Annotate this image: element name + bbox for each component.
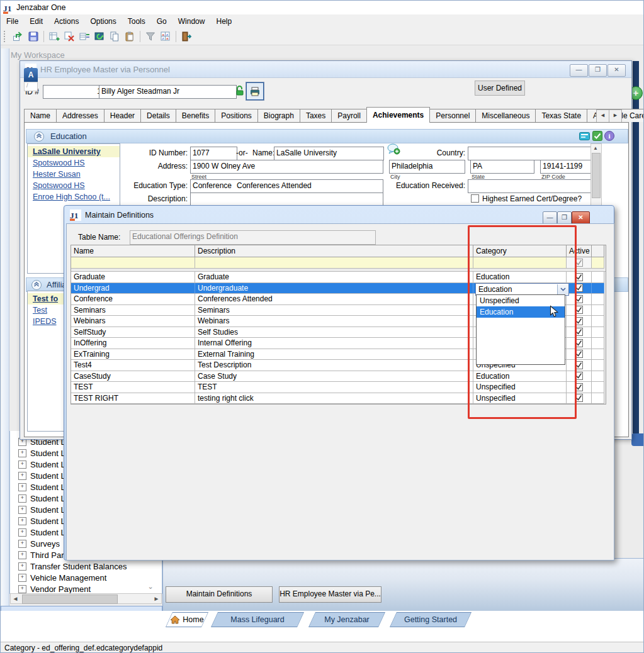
workspace-tab-getting-started[interactable]: Getting Started <box>390 612 472 627</box>
expand-icon[interactable]: + <box>18 540 26 548</box>
description-cell[interactable]: Graduate <box>195 272 473 283</box>
description-cell[interactable]: Self Studies <box>195 327 473 338</box>
tab-payroll[interactable]: Payroll <box>331 109 367 122</box>
import-icon[interactable] <box>11 30 25 43</box>
copy-icon[interactable] <box>108 30 121 43</box>
tab-personnel[interactable]: Personnel <box>429 109 476 122</box>
tab-benefits[interactable]: Benefits <box>176 109 215 122</box>
minimize-button[interactable]: — <box>570 64 588 77</box>
description-cell[interactable]: Webinars <box>195 316 473 327</box>
menu-item-tools[interactable]: Tools <box>122 15 151 28</box>
confirm-icon[interactable] <box>592 131 602 141</box>
dialog-titlebar[interactable]: J1 Maintain Definitions — ❐ ✕ <box>66 208 612 223</box>
user-defined-button[interactable]: User Defined <box>475 81 525 96</box>
scrollbar-thumb[interactable] <box>592 153 601 198</box>
scrollbar-thumb[interactable] <box>22 594 118 604</box>
grid-view-icon[interactable] <box>579 132 590 140</box>
scroll-left-icon[interactable]: ◄ <box>11 594 20 603</box>
workspace-tab-mass-lifeguard[interactable]: Mass Lifeguard <box>211 612 304 627</box>
expand-icon[interactable]: + <box>18 506 26 514</box>
expand-icon[interactable]: + <box>18 449 26 457</box>
sort-icon[interactable]: azza <box>159 30 172 43</box>
description-filter-cell[interactable] <box>195 257 473 269</box>
refresh-icon[interactable] <box>93 30 106 43</box>
close-button[interactable]: ✕ <box>607 64 626 77</box>
name-cell[interactable]: Graduate <box>71 272 195 283</box>
tab-biograph[interactable]: Biograph <box>257 109 300 122</box>
name-cell[interactable]: ExTraining <box>71 349 195 360</box>
name-cell[interactable]: TEST RIGHT <box>71 393 195 405</box>
name-cell[interactable]: Seminars <box>71 305 195 316</box>
country-field[interactable] <box>468 147 592 160</box>
exit-icon[interactable] <box>179 30 193 43</box>
close-button[interactable]: ✕ <box>572 211 590 225</box>
tree-item-vehicle-management[interactable]: +Vehicle Management <box>10 572 162 583</box>
workspace-tab-home[interactable]: Home <box>166 612 208 627</box>
menu-item-window[interactable]: Window <box>172 15 211 28</box>
description-cell[interactable]: Conferences Attended <box>195 294 473 305</box>
description-cell[interactable]: Seminars <box>195 305 473 316</box>
hr-window-titlebar[interactable]: J1 HR Employee Master via Personnel — ❐ … <box>20 61 631 78</box>
menu-item-help[interactable]: Help <box>210 15 237 28</box>
menu-item-go[interactable]: Go <box>151 15 172 28</box>
expand-icon[interactable]: + <box>18 562 26 571</box>
tab-header[interactable]: Header <box>104 109 141 122</box>
expand-icon[interactable]: + <box>18 483 26 491</box>
workspace-tab-my-jenzabar[interactable]: My Jenzabar <box>308 612 385 627</box>
name-filter-cell[interactable] <box>71 257 195 269</box>
add-comment-icon[interactable] <box>387 143 400 157</box>
education-received-field[interactable] <box>468 179 592 193</box>
filter-icon[interactable] <box>144 30 157 43</box>
tab-taxes[interactable]: Taxes <box>300 109 332 122</box>
description-cell[interactable]: Internal Offering <box>195 338 473 349</box>
education-name-field[interactable]: LaSalle University <box>274 147 384 160</box>
menu-item-file[interactable]: File <box>1 15 24 28</box>
taskbar-button-maintain-definitions[interactable]: Maintain Definitions <box>166 586 273 603</box>
tab-name[interactable]: Name <box>24 109 57 122</box>
tab-scroll-left-icon[interactable]: ◄ <box>596 109 609 123</box>
name-cell[interactable]: TEST <box>71 382 195 393</box>
name-cell[interactable]: Undergrad <box>71 283 195 294</box>
city-field[interactable]: Philadelphia <box>389 160 465 174</box>
expand-icon[interactable]: + <box>18 460 26 469</box>
name-cell[interactable]: Test4 <box>71 360 195 371</box>
minimize-button[interactable]: — <box>543 211 557 225</box>
taskbar-button-hr-employee-master[interactable]: HR Employee Master via Pe... <box>279 586 381 603</box>
unlock-icon[interactable] <box>235 85 244 98</box>
tab-miscellaneous[interactable]: Miscellaneous <box>475 109 536 122</box>
column-header-description[interactable]: Description <box>195 245 473 257</box>
column-header-name[interactable]: Name <box>71 245 195 257</box>
paste-icon[interactable] <box>123 30 137 43</box>
print-button[interactable] <box>246 82 264 100</box>
education-section-header[interactable]: Education i <box>26 129 628 143</box>
description-cell[interactable]: Case Study <box>195 371 473 382</box>
menu-item-edit[interactable]: Edit <box>24 15 48 28</box>
tree-horizontal-scrollbar[interactable]: ◄ ► <box>10 593 162 604</box>
name-cell[interactable]: InOffering <box>71 338 195 349</box>
tab-details[interactable]: Details <box>140 109 176 122</box>
description-cell[interactable]: External Training <box>195 349 473 360</box>
info-icon[interactable]: i <box>604 131 614 141</box>
tab-achievements[interactable]: Achievements <box>366 107 430 123</box>
expand-icon[interactable]: + <box>18 551 26 559</box>
restore-button[interactable]: ❐ <box>589 64 607 77</box>
name-cell[interactable]: Conference <box>71 294 195 305</box>
highest-earned-checkbox[interactable] <box>471 194 479 203</box>
collapse-section-icon[interactable] <box>34 131 44 142</box>
insert-record-icon[interactable] <box>77 30 91 43</box>
expand-icon[interactable]: + <box>18 517 26 525</box>
tab-addresses[interactable]: Addresses <box>56 109 105 122</box>
add-record-icon[interactable] <box>47 30 61 43</box>
employee-name-field[interactable]: Billy Alger Steadman Jr <box>99 85 237 99</box>
state-field[interactable]: PA <box>470 160 534 174</box>
collapsed-panel-tab[interactable]: A <box>24 68 38 82</box>
collapse-section-icon[interactable] <box>31 280 42 290</box>
delete-record-icon[interactable] <box>62 30 76 43</box>
tree-item-vendor-payment[interactable]: +Vendor Payment <box>10 583 162 594</box>
chevron-down-icon[interactable]: ⌄ <box>145 583 155 593</box>
description-cell[interactable]: TEST <box>195 382 473 393</box>
description-cell[interactable]: Test Description <box>195 360 473 371</box>
description-cell[interactable]: Undergraduate <box>195 283 473 294</box>
tab-scroll-right-icon[interactable]: ► <box>609 109 622 123</box>
tab-positions[interactable]: Positions <box>215 109 258 122</box>
